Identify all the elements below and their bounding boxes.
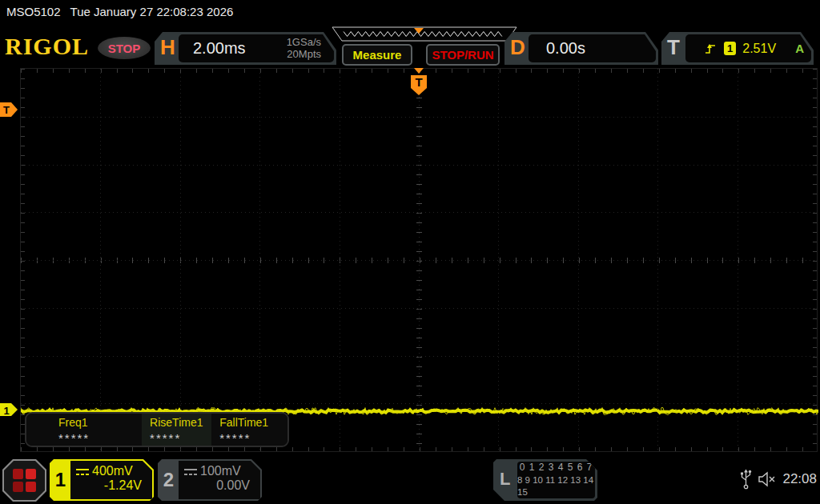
channel1-block[interactable]: 1 400mV -1.24V xyxy=(50,459,154,501)
channel1-scale: 400mV xyxy=(92,464,133,478)
measurement-value: ***** xyxy=(150,432,211,444)
timebase-value: 2.00ms xyxy=(193,39,246,58)
memory-depth: 20Mpts xyxy=(287,48,321,60)
measurement-label: FallTime1 xyxy=(219,416,287,429)
channel2-block[interactable]: 2 100mV 0.00V xyxy=(158,459,262,501)
grid-line xyxy=(21,403,817,404)
datetime: Tue January 27 22:08:23 2026 xyxy=(70,5,234,18)
delay-value: 0.00s xyxy=(546,39,585,58)
measurement-label: Freq1 xyxy=(58,416,142,429)
status-bar: MSO5102Tue January 27 22:08:23 2026 xyxy=(6,5,233,18)
measurement-item[interactable]: RiseTime1 ***** xyxy=(142,414,211,446)
trigger-level-marker[interactable]: T xyxy=(0,102,18,117)
measurement-overlay: Freq1 ***** RiseTime1 ***** FallTime1 **… xyxy=(25,412,289,447)
trigger-level-marker-label: T xyxy=(0,102,13,117)
horizontal-label: H xyxy=(160,35,175,60)
dc-coupling-icon xyxy=(184,468,197,476)
acquisition-info: 1GSa/s20Mpts xyxy=(287,37,321,60)
waveform-display-area xyxy=(20,68,818,452)
trigger-source-badge: 1 xyxy=(724,42,736,55)
grid-line xyxy=(21,117,817,118)
sample-rate: 1GSa/s xyxy=(287,36,321,48)
trigger-mode: A xyxy=(795,42,804,55)
rising-edge-icon xyxy=(703,42,718,56)
dc-coupling-icon xyxy=(76,468,89,476)
channel2-scale: 100mV xyxy=(200,464,241,478)
trigger-position-label: T xyxy=(406,75,432,89)
waveform-preview-bar[interactable] xyxy=(330,26,519,42)
grid-line xyxy=(21,165,817,166)
measurement-item[interactable]: Freq1 ***** xyxy=(26,414,142,446)
system-tray: 22:08 xyxy=(740,469,817,490)
rigol-logo: RIGOL xyxy=(5,33,89,60)
grid-line xyxy=(21,260,817,261)
measure-button[interactable]: Measure xyxy=(342,44,412,66)
trigger-position-marker[interactable]: T xyxy=(406,67,432,100)
delay-label: D xyxy=(510,35,525,60)
grid-line xyxy=(21,308,817,309)
run-state-badge: STOP xyxy=(98,37,151,59)
stop-run-button[interactable]: STOP/RUN xyxy=(426,44,500,66)
clock: 22:08 xyxy=(782,471,817,487)
delay-panel[interactable]: D 0.00s xyxy=(504,32,658,65)
channel1-position-marker[interactable]: 1 xyxy=(0,403,18,418)
channel1-offset: -1.24V xyxy=(76,478,145,493)
measurement-value: ***** xyxy=(58,432,142,444)
digital-row1: 0 1 2 3 4 5 6 7 xyxy=(520,461,593,474)
channel1-marker-label: 1 xyxy=(0,403,13,418)
measurement-label: RiseTime1 xyxy=(150,416,211,429)
trigger-panel[interactable]: T 1 2.51V A xyxy=(661,32,814,65)
grid-line xyxy=(21,356,817,357)
channel2-number: 2 xyxy=(158,459,179,501)
digital-row2: 8 9 10 11 12 13 14 15 xyxy=(517,474,595,499)
digital-label: L xyxy=(500,469,510,490)
oscilloscope-screen: MSO5102Tue January 27 22:08:23 2026 RIGO… xyxy=(0,0,820,504)
trigger-label: T xyxy=(667,35,680,60)
channel2-offset: 0.00V xyxy=(184,478,253,493)
digital-channels-block[interactable]: L 0 1 2 3 4 5 6 7 8 9 10 11 12 13 14 15 xyxy=(493,459,597,501)
grid-line xyxy=(21,212,817,213)
speaker-muted-icon[interactable] xyxy=(758,471,777,487)
model-name: MSO5102 xyxy=(6,5,61,18)
menu-button[interactable] xyxy=(2,459,46,502)
horizontal-panel[interactable]: H 2.00ms 1GSa/s20Mpts xyxy=(155,32,336,65)
usb-icon xyxy=(740,469,752,490)
measurement-value: ***** xyxy=(219,432,287,444)
channel1-number: 1 xyxy=(50,459,71,501)
measurement-item[interactable]: FallTime1 ***** xyxy=(211,414,287,446)
trigger-level-value: 2.51V xyxy=(742,42,776,56)
red-grid-icon xyxy=(13,469,36,492)
